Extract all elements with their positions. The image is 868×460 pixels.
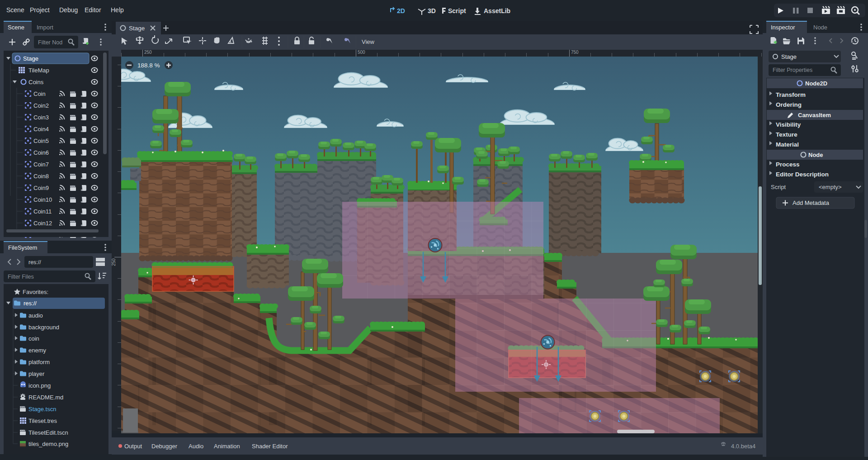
svg-text:Stage: Stage (23, 55, 38, 62)
svg-text:Texture: Texture (776, 131, 797, 138)
svg-text:Material: Material (776, 141, 799, 148)
svg-text:Ordering: Ordering (776, 101, 802, 108)
svg-text:Coin11: Coin11 (33, 208, 52, 215)
svg-text:Coin7: Coin7 (33, 161, 49, 168)
svg-text:player: player (28, 370, 45, 377)
svg-text:res://: res:// (24, 300, 37, 307)
svg-text:Stage: Stage (781, 53, 797, 60)
svg-text:Coin10: Coin10 (33, 196, 52, 203)
svg-text:Scene: Scene (6, 6, 24, 14)
svg-text:Coin12: Coin12 (33, 220, 52, 227)
svg-text:3D: 3D (428, 7, 436, 14)
svg-text:Coin4: Coin4 (33, 126, 49, 133)
svg-text:250: 250 (144, 50, 152, 55)
svg-text:TileMap: TileMap (28, 67, 49, 74)
svg-text:Editor: Editor (85, 6, 101, 14)
svg-text:Coin: Coin (33, 90, 46, 97)
svg-text:Project: Project (30, 6, 50, 14)
svg-text:Coin9: Coin9 (33, 185, 49, 191)
svg-text:Animation: Animation (214, 443, 240, 450)
svg-text:2D: 2D (397, 7, 405, 14)
svg-text:750: 750 (571, 50, 579, 55)
svg-text:tiles_demo.png: tiles_demo.png (28, 441, 68, 447)
svg-text:FileSystem: FileSystem (8, 244, 37, 251)
svg-text:Node2D: Node2D (805, 80, 827, 87)
svg-text:Shader Editor: Shader Editor (252, 443, 288, 450)
svg-text:platform: platform (28, 359, 50, 365)
svg-text:Add Metadata: Add Metadata (793, 199, 830, 206)
svg-text:Output: Output (124, 443, 142, 450)
svg-text:188.8 %: 188.8 % (137, 62, 160, 69)
svg-text:Script: Script (771, 184, 786, 190)
svg-text:View: View (362, 38, 375, 45)
svg-text:Coin3: Coin3 (33, 114, 49, 121)
svg-text:enemy: enemy (28, 347, 47, 354)
svg-text:Import: Import (37, 24, 53, 31)
svg-text:Coin2: Coin2 (33, 102, 49, 109)
svg-text:Filter Files: Filter Files (8, 274, 34, 280)
svg-text:Script: Script (448, 7, 466, 14)
svg-text:Filter Nod: Filter Nod (38, 39, 62, 46)
svg-text:Coin5: Coin5 (33, 138, 49, 144)
svg-text:Stage: Stage (129, 25, 145, 32)
svg-text:Visibility: Visibility (776, 121, 801, 128)
svg-text:CanvasItem: CanvasItem (798, 112, 831, 119)
svg-text:Help: Help (111, 6, 124, 14)
svg-text:Coins: Coins (28, 79, 44, 85)
svg-text:Coin8: Coin8 (33, 173, 49, 180)
svg-text:Favorites:: Favorites: (23, 289, 48, 295)
svg-text:Tileset.tres: Tileset.tres (28, 417, 57, 424)
svg-text:AssetLib: AssetLib (484, 7, 510, 14)
svg-text:coin: coin (28, 335, 39, 342)
svg-text:Filter Properties: Filter Properties (773, 67, 812, 73)
svg-text:500: 500 (358, 50, 365, 55)
svg-text:Coin6: Coin6 (33, 149, 49, 156)
svg-text:Scene: Scene (8, 24, 24, 31)
svg-text:icon.png: icon.png (28, 382, 51, 389)
svg-text:Node: Node (808, 152, 823, 158)
svg-text:250: 250 (112, 258, 116, 266)
svg-text:audio: audio (28, 312, 43, 319)
svg-text:Process: Process (776, 161, 800, 168)
svg-text:TilesetEdit.tscn: TilesetEdit.tscn (28, 429, 68, 436)
svg-text:background: background (28, 324, 59, 331)
svg-text:res://: res:// (28, 259, 41, 266)
svg-text:<empty>: <empty> (819, 184, 842, 190)
svg-text:4.0.beta4: 4.0.beta4 (731, 443, 755, 450)
svg-text:Node: Node (813, 24, 827, 31)
svg-text:Transform: Transform (776, 91, 806, 98)
svg-text:Stage.tscn: Stage.tscn (28, 406, 56, 413)
svg-text:Inspector: Inspector (771, 24, 795, 31)
svg-text:Debug: Debug (59, 6, 78, 14)
svg-text:README.md: README.md (28, 394, 63, 401)
svg-text:Audio: Audio (189, 443, 203, 450)
svg-text:Debugger: Debugger (151, 443, 178, 450)
svg-text:Editor Description: Editor Description (776, 171, 829, 178)
